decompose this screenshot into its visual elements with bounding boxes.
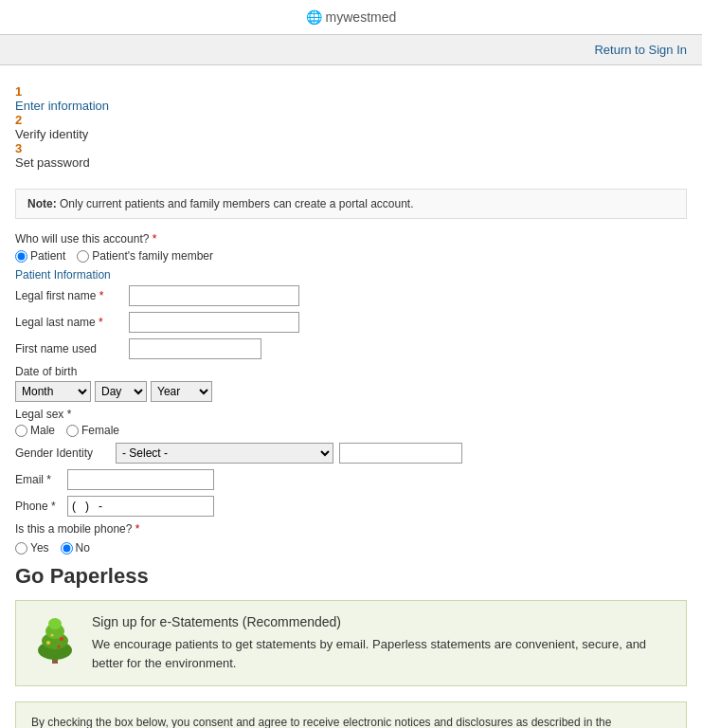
tree-icon: [31, 614, 79, 666]
svg-point-6: [60, 637, 63, 641]
day-select[interactable]: Day 12345 678910: [95, 381, 147, 402]
required-star: *: [99, 316, 103, 329]
email-label: Email *: [15, 473, 67, 486]
no-radio[interactable]: [61, 542, 73, 555]
legal-sex-label: Legal sex *: [15, 408, 687, 421]
gender-identity-text-input[interactable]: [339, 443, 462, 464]
yes-label: Yes: [30, 541, 49, 555]
mobile-question: Is this a mobile phone? *: [15, 522, 687, 536]
consent-box: By checking the box below, you consent a…: [15, 701, 687, 728]
family-radio[interactable]: [77, 250, 89, 263]
paperless-description: We encourage patients to get statements …: [92, 635, 671, 672]
step-3-label: Set password: [15, 155, 90, 170]
gender-identity-label: Gender Identity: [15, 446, 110, 460]
step-2-number: 2: [15, 113, 22, 127]
legal-last-name-input[interactable]: [129, 312, 299, 333]
step-2-label: Verify identity: [15, 127, 88, 141]
email-label-text: Email *: [15, 473, 51, 486]
legal-last-name-label: Legal last name *: [15, 316, 129, 329]
female-radio[interactable]: [66, 425, 79, 437]
legal-first-name-label: Legal first name *: [15, 289, 129, 302]
year-select[interactable]: Year 200019991998: [151, 381, 212, 402]
step-2: 2 Verify identity: [15, 113, 687, 141]
male-radio[interactable]: [15, 425, 27, 437]
dob-label: Date of birth: [15, 365, 687, 378]
consent-text1: By checking the box below, you consent a…: [31, 716, 611, 728]
email-input[interactable]: [67, 469, 214, 490]
required-star: *: [99, 289, 104, 302]
who-question-text: Who will use this account?: [15, 232, 149, 246]
header-bar: Return to Sign In: [0, 35, 702, 65]
patient-info-section-title: Patient Information: [15, 268, 687, 282]
required-star: *: [135, 522, 140, 536]
sex-options-group: Male Female: [15, 424, 687, 437]
signup-note: (Recommended): [243, 614, 341, 629]
legal-first-name-input[interactable]: [129, 285, 299, 306]
step-3: 3 Set password: [15, 141, 687, 170]
no-option[interactable]: No: [61, 541, 90, 555]
patient-radio[interactable]: [15, 250, 27, 263]
first-name-used-label-text: First name used: [15, 342, 97, 355]
paperless-box: Sign up for e-Statements (Recommended) W…: [15, 600, 687, 686]
is-mobile-label: Is this a mobile phone?: [15, 522, 132, 536]
first-name-used-group: First name used: [15, 338, 687, 359]
note-bold: Note:: [27, 197, 57, 210]
note-box: Note: Only current patients and family m…: [15, 189, 687, 219]
signup-heading-text: Sign up for e-Statements: [92, 614, 239, 629]
gender-identity-select[interactable]: - Select -: [116, 443, 333, 464]
email-row: Email *: [15, 469, 687, 490]
mobile-options-group: Yes No: [15, 541, 687, 555]
family-option[interactable]: Patient's family member: [77, 249, 213, 263]
steps-section: 1 Enter information 2 Verify identity 3 …: [15, 84, 687, 170]
legal-first-name-group: Legal first name *: [15, 285, 687, 306]
female-option[interactable]: Female: [66, 424, 119, 437]
dob-row: Month Jan Feb Mar Apr May Jun Jul Aug Se…: [15, 381, 687, 402]
step-1: 1 Enter information: [15, 84, 687, 113]
svg-point-5: [46, 641, 50, 645]
month-select[interactable]: Month Jan Feb Mar Apr May Jun Jul Aug Se…: [15, 381, 91, 402]
legal-last-name-label-text: Legal last name: [15, 316, 96, 329]
legal-sex-label-text: Legal sex *: [15, 408, 71, 421]
svg-point-8: [58, 646, 61, 648]
who-options-group: Patient Patient's family member: [15, 249, 687, 263]
step-3-number: 3: [15, 141, 22, 155]
form-section: Note: Only current patients and family m…: [15, 189, 687, 728]
family-label: Patient's family member: [92, 249, 213, 263]
go-paperless-title: Go Paperless: [15, 564, 687, 589]
phone-row: Phone *: [15, 496, 687, 517]
step-1-label: Enter information: [15, 99, 109, 113]
patient-option[interactable]: Patient: [15, 249, 65, 263]
phone-label-text: Phone *: [15, 500, 56, 513]
legal-first-name-label-text: Legal first name: [15, 289, 96, 302]
first-name-used-input[interactable]: [129, 338, 261, 359]
male-label: Male: [30, 424, 55, 437]
paperless-text: Sign up for e-Statements (Recommended) W…: [92, 614, 671, 672]
who-question: Who will use this account? *: [15, 232, 687, 246]
phone-input[interactable]: [67, 496, 214, 517]
phone-label: Phone *: [15, 500, 67, 513]
signup-heading: Sign up for e-Statements (Recommended): [92, 614, 671, 629]
required-star: *: [153, 232, 157, 246]
app-title: mywestmed: [326, 9, 397, 25]
return-to-sign-in-link[interactable]: Return to Sign In: [594, 43, 687, 57]
yes-radio[interactable]: [15, 542, 27, 555]
main-container: 1 Enter information 2 Verify identity 3 …: [0, 65, 702, 728]
note-text: Only current patients and family members…: [57, 197, 414, 210]
patient-label: Patient: [30, 249, 65, 263]
yes-option[interactable]: Yes: [15, 541, 49, 555]
legal-last-name-group: Legal last name *: [15, 312, 687, 333]
first-name-used-label: First name used: [15, 342, 129, 355]
svg-point-7: [51, 634, 54, 637]
female-label: Female: [81, 424, 119, 437]
svg-point-4: [48, 618, 62, 629]
no-label: No: [76, 541, 90, 555]
app-logo: 🌐 mywestmed: [306, 9, 397, 25]
male-option[interactable]: Male: [15, 424, 55, 437]
step-1-number: 1: [15, 84, 22, 99]
gender-identity-row: Gender Identity - Select -: [15, 443, 687, 464]
